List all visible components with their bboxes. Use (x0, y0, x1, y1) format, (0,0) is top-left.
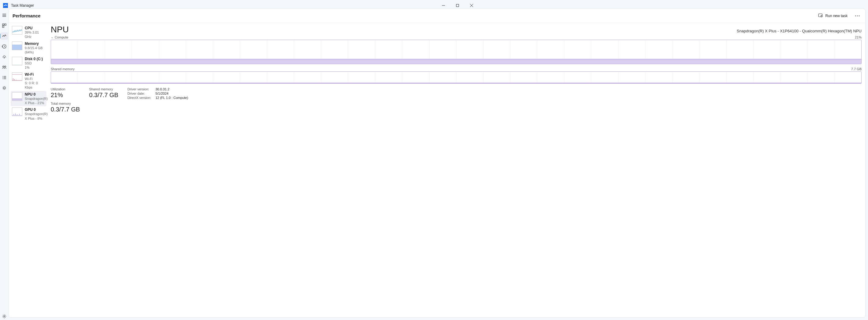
driver-info-table: Driver version: 30.0.31.2 Driver date: 5… (127, 87, 188, 100)
sidebar-labels: GPU 0 Snapdragon(R) X Plus - 8% (25, 107, 48, 121)
performance-sidebar: CPU 39% 3.01 GHz Memory 9.8/15.4 GB (64%… (9, 23, 48, 177)
sidebar-item-title: NPU 0 (25, 92, 48, 96)
sidebar-item-memory[interactable]: Memory 9.8/15.4 GB (64%) (11, 40, 46, 56)
svg-rect-8 (5, 24, 6, 25)
compute-chart[interactable] (51, 40, 478, 64)
gpu-thumb (12, 107, 22, 116)
kv-val: 5/1/2024 (155, 92, 188, 95)
utilization-label: Utilization (51, 87, 80, 92)
sidebar-item-cpu[interactable]: CPU 39% 3.01 GHz (11, 25, 46, 40)
cpu-thumb (12, 26, 22, 34)
nav-rail (0, 11, 8, 177)
compute-label-row: ⌄ Compute 21% (51, 35, 478, 40)
page-title: Performance (12, 13, 41, 18)
performance-icon[interactable] (1, 32, 8, 40)
processes-icon[interactable] (1, 22, 8, 29)
sidebar-item-line2: SSD (25, 61, 43, 65)
details-icon[interactable] (1, 74, 8, 81)
sidebar-item-line2: Wi-Fi (25, 77, 45, 81)
sidebar-item-title: Wi-Fi (25, 72, 45, 77)
sidebar-labels: Wi-Fi Wi-Fi S: 0 R: 0 Kbps (25, 72, 45, 90)
sidebar-item-line3: 1% (25, 65, 43, 70)
stats-row: Utilization 21% Total memory 0.3/7.7 GB … (51, 87, 478, 113)
disk-thumb (12, 57, 22, 65)
shared-area (51, 83, 478, 83)
npu-thumb (12, 92, 22, 101)
compute-chart-block: ⌄ Compute 21% Shared memory 7.7 GB (51, 35, 478, 84)
sidebar-labels: CPU 39% 3.01 GHz (25, 26, 45, 39)
kv-key: Driver version: (127, 87, 151, 91)
compute-label: Compute (55, 35, 68, 39)
users-icon[interactable] (1, 64, 8, 71)
main-card: Performance Run new task CPU 39% 3.01 GH… (8, 8, 478, 177)
wifi-thumb (12, 72, 22, 81)
sidebar-labels: Disk 0 (C:) SSD 1% (25, 57, 43, 70)
shared-label: Shared memory (51, 67, 74, 71)
card-header: Performance Run new task (9, 9, 478, 23)
hamburger-icon[interactable] (1, 11, 8, 19)
svg-rect-9 (2, 26, 4, 28)
svg-point-11 (4, 57, 5, 58)
services-icon[interactable] (1, 84, 8, 92)
app-icon (3, 3, 8, 8)
shared-memory-label: Shared memory (89, 87, 119, 92)
memory-thumb (12, 41, 22, 50)
sidebar-item-line3: S: 0 R: 0 Kbps (25, 81, 45, 90)
utilization-value: 21% (51, 92, 80, 99)
app-history-icon[interactable] (1, 43, 8, 50)
total-memory-label: Total memory (51, 102, 80, 106)
chevron-down-icon[interactable]: ⌄ (51, 35, 54, 39)
sidebar-item-disk0[interactable]: Disk 0 (C:) SSD 1% (11, 56, 46, 71)
detail-title: NPU (51, 25, 69, 34)
shared-label-row: Shared memory 7.7 GB (51, 67, 478, 71)
startup-icon[interactable] (1, 53, 8, 60)
total-memory-value: 0.3/7.7 GB (51, 106, 80, 113)
compute-area (51, 59, 478, 64)
body: CPU 39% 3.01 GHz Memory 9.8/15.4 GB (64%… (9, 23, 478, 177)
kv-key: DirectX version: (127, 96, 151, 100)
sidebar-item-line2: 39% 3.01 GHz (25, 30, 45, 39)
sidebar-labels: NPU 0 Snapdragon(R) X Plus - 21% (25, 92, 48, 105)
kv-val: 30.0.31.2 (155, 87, 188, 91)
svg-point-20 (3, 87, 5, 89)
sidebar-item-line2: 9.8/15.4 GB (64%) (25, 46, 45, 55)
sidebar-item-title: GPU 0 (25, 107, 48, 112)
sidebar-item-npu0[interactable]: NPU 0 Snapdragon(R) X Plus - 21% (11, 91, 46, 106)
sidebar-item-wifi[interactable]: Wi-Fi Wi-Fi S: 0 R: 0 Kbps (11, 71, 46, 91)
svg-point-12 (3, 66, 4, 67)
shared-memory-chart[interactable] (51, 71, 478, 84)
stat-total-memory: Total memory 0.3/7.7 GB (51, 102, 80, 113)
shared-memory-value: 0.3/7.7 GB (89, 92, 119, 99)
svg-rect-7 (2, 24, 4, 25)
sidebar-item-title: CPU (25, 26, 45, 30)
sidebar-item-title: Memory (25, 41, 45, 46)
kv-key: Driver date: (127, 92, 151, 95)
detail-header: NPU Snapdragon(R) X Plus - X1P64100 - Qu… (51, 25, 478, 34)
stat-shared-memory: Shared memory 0.3/7.7 GB (89, 87, 119, 99)
sidebar-item-gpu0[interactable]: GPU 0 Snapdragon(R) X Plus - 8% (11, 106, 46, 122)
window-title: Task Manager (11, 3, 34, 8)
detail-pane: NPU Snapdragon(R) X Plus - X1P64100 - Qu… (48, 23, 478, 177)
kv-val: 12 (FL 1.0 : Compute) (155, 96, 188, 100)
stat-utilization: Utilization 21% (51, 87, 80, 99)
sidebar-item-title: Disk 0 (C:) (25, 57, 43, 61)
svg-point-13 (5, 66, 6, 67)
sidebar-item-line2: Snapdragon(R) X Plus - 21% (25, 96, 48, 105)
sidebar-labels: Memory 9.8/15.4 GB (64%) (25, 41, 45, 55)
svg-rect-1 (456, 4, 459, 7)
sidebar-item-line2: Snapdragon(R) X Plus - 8% (25, 112, 48, 121)
